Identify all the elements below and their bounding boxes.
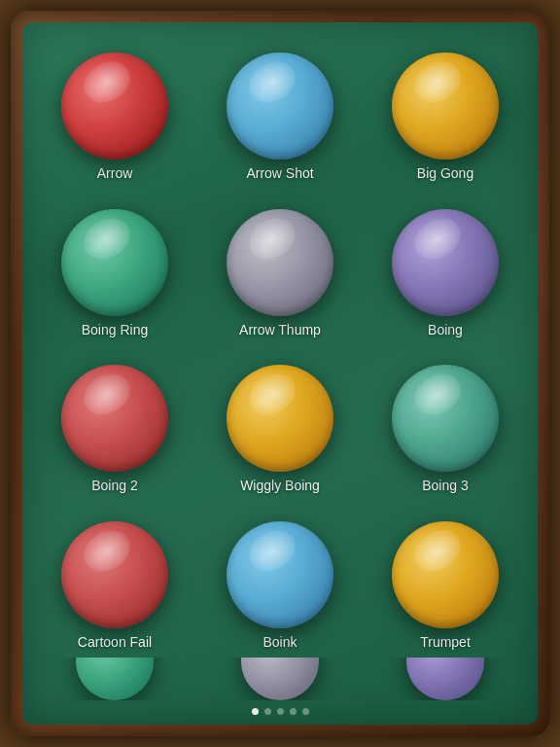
cell-arrow-thump[interactable]: Arrow Thump: [197, 189, 363, 345]
board-inner: ArrowArrow ShotBig GongBoing RingArrow T…: [22, 22, 538, 725]
page-dot-3[interactable]: [290, 708, 297, 715]
ball-big-gong[interactable]: [392, 53, 499, 160]
partial-cell-partial-3: [363, 658, 528, 700]
page-dot-4[interactable]: [302, 708, 309, 715]
cell-trumpet[interactable]: Trumpet: [363, 501, 528, 658]
page-dot-2[interactable]: [277, 708, 284, 715]
partial-ball-partial-3: [406, 658, 484, 700]
ball-trumpet[interactable]: [392, 521, 499, 628]
sound-grid: ArrowArrow ShotBig GongBoing RingArrow T…: [32, 32, 528, 658]
cell-cartoon-fail[interactable]: Cartoon Fail: [32, 501, 197, 658]
label-boing-3: Boing 3: [422, 478, 468, 493]
ball-arrow-thump[interactable]: [227, 209, 333, 316]
label-arrow-thump: Arrow Thump: [239, 322, 321, 338]
partial-row: [32, 658, 528, 700]
label-trumpet: Trumpet: [420, 634, 471, 650]
label-arrow: Arrow: [97, 165, 133, 181]
label-boink: Boink: [262, 634, 297, 650]
partial-ball-partial-1: [76, 658, 154, 700]
ball-boing-3[interactable]: [392, 365, 499, 472]
label-big-gong: Big Gong: [417, 165, 473, 181]
label-boing-ring: Boing Ring: [82, 322, 149, 338]
label-arrow-shot: Arrow Shot: [246, 165, 313, 181]
page-dots: [252, 704, 309, 717]
ball-boing-ring[interactable]: [61, 209, 168, 316]
cell-big-gong[interactable]: Big Gong: [363, 32, 528, 189]
ball-wiggly-boing[interactable]: [227, 365, 333, 472]
board-frame: ArrowArrow ShotBig GongBoing RingArrow T…: [11, 11, 549, 736]
cell-boing-ring[interactable]: Boing Ring: [32, 189, 197, 345]
partial-cell-partial-2: [197, 658, 363, 700]
label-wiggly-boing: Wiggly Boing: [240, 478, 320, 493]
partial-cell-partial-1: [32, 658, 197, 700]
label-boing-2: Boing 2: [91, 478, 137, 493]
ball-arrow-shot[interactable]: [227, 53, 333, 160]
cell-boing[interactable]: Boing: [363, 189, 528, 345]
cell-boing-3[interactable]: Boing 3: [363, 345, 528, 502]
ball-boing-2[interactable]: [61, 365, 168, 472]
cell-boing-2[interactable]: Boing 2: [32, 345, 197, 502]
cell-arrow[interactable]: Arrow: [32, 32, 197, 189]
label-cartoon-fail: Cartoon Fail: [78, 634, 152, 650]
page-dot-0[interactable]: [252, 708, 259, 715]
partial-ball-partial-2: [241, 658, 319, 700]
page-dot-1[interactable]: [264, 708, 271, 715]
ball-boing[interactable]: [392, 209, 499, 316]
cell-arrow-shot[interactable]: Arrow Shot: [197, 32, 363, 189]
label-boing: Boing: [428, 322, 463, 338]
cell-boink[interactable]: Boink: [197, 501, 363, 658]
ball-arrow[interactable]: [61, 53, 168, 160]
cell-wiggly-boing[interactable]: Wiggly Boing: [197, 345, 363, 502]
ball-cartoon-fail[interactable]: [61, 521, 168, 628]
ball-boink[interactable]: [227, 521, 333, 628]
